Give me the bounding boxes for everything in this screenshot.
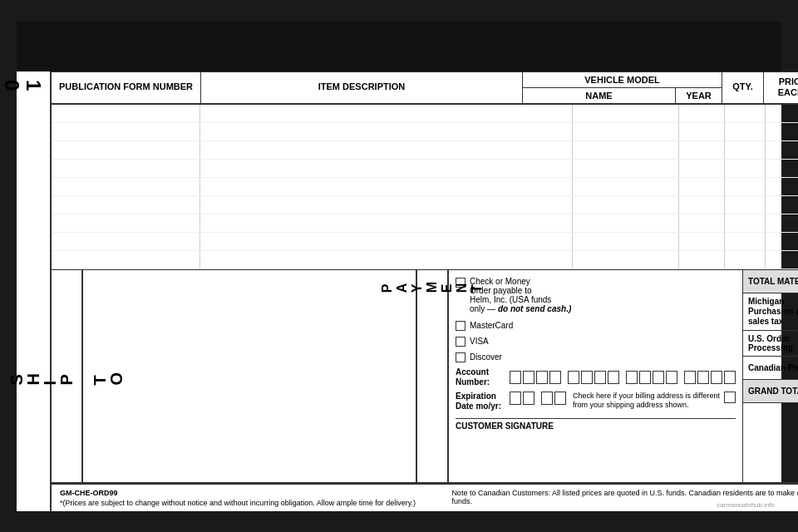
payment-section: PAYMENT Check or Money Order payable to … [417, 270, 798, 482]
table-row [52, 105, 798, 123]
table-row [52, 233, 798, 251]
acc-box-8[interactable] [608, 371, 619, 384]
table-row [52, 123, 798, 141]
total-material-row: TOTAL MATERIAL [743, 270, 798, 293]
exp-box-3[interactable] [541, 392, 553, 405]
exp-box-2[interactable] [523, 392, 534, 405]
price-panel: TOTAL MATERIAL Michigan Purchasers add 6… [743, 270, 798, 482]
upper-rows [52, 105, 798, 269]
acc-box-5[interactable] [568, 371, 579, 384]
header-name: NAME [523, 88, 676, 103]
visa-checkbox[interactable] [456, 337, 466, 347]
year-model-label: 2001GM [17, 71, 52, 511]
canadian-postage-label: Canadian Postage [743, 357, 798, 379]
michigan-label: Michigan Purchasers add 6% sales tax [743, 293, 798, 330]
account-label: Account Number: [456, 367, 510, 387]
table-row [52, 214, 798, 233]
account-boxes [510, 371, 736, 384]
table-row [52, 196, 798, 214]
top-bar [17, 22, 781, 71]
table-row [52, 160, 798, 178]
ship-to-label: SHIPTO [52, 270, 83, 482]
form-area: 2001GM PUBLICATION FORM NUMBER ITEM DESC… [17, 71, 781, 511]
expiration-row: Expiration Date mo/yr: Check here if yo [456, 392, 736, 411]
acc-box-2[interactable] [523, 371, 534, 384]
vehicle-model-title: VEHICLE MODEL [523, 72, 722, 88]
watermark: carmanualshub.info [714, 500, 777, 510]
table-row [52, 251, 798, 269]
expiration-label: Expiration Date mo/yr: [456, 392, 510, 411]
ship-to-text: SHIPTO [8, 366, 125, 386]
acc-box-7[interactable] [594, 371, 606, 384]
discover-checkbox[interactable] [456, 352, 466, 362]
vehicle-sub-headers: NAME YEAR [523, 88, 722, 103]
acc-box-12[interactable] [666, 371, 677, 384]
table-row [52, 178, 798, 196]
order-form: 2001GM PUBLICATION FORM NUMBER ITEM DESC… [17, 22, 781, 511]
footer-left: GM-CHE-ORD99 *(Prices are subject to cha… [60, 489, 427, 507]
michigan-row: Michigan Purchasers add 6% sales tax [743, 293, 798, 331]
ship-to-address-area[interactable] [83, 270, 416, 482]
exp-boxes [510, 392, 566, 405]
billing-check-area: Check here if your billing address is di… [573, 392, 736, 411]
acc-box-13[interactable] [684, 371, 696, 384]
check-money-option: Check or Money Order payable to Helm, In… [456, 277, 736, 313]
cell-pub-1[interactable] [52, 105, 200, 122]
lower-section: SHIPTO PAYMENT [52, 270, 798, 484]
grand-total-row: GRAND TOTAL [743, 380, 798, 403]
header-item-desc: ITEM DESCRIPTION [201, 72, 523, 103]
payment-label-text: PAYMENT [380, 277, 485, 293]
cell-price-1[interactable] [766, 105, 798, 122]
mastercard-option: MasterCard [456, 320, 736, 331]
us-order-label: U.S. Order Processing [743, 331, 798, 356]
table-header: PUBLICATION FORM NUMBER ITEM DESCRIPTION… [52, 71, 798, 105]
account-number-row: Account Number: [456, 367, 736, 387]
header-pub-number: PUBLICATION FORM NUMBER [52, 72, 201, 103]
footer-prices-note: *(Prices are subject to change without n… [60, 499, 427, 507]
signature-label: CUSTOMER SIGNATURE [456, 421, 554, 431]
exp-box-4[interactable] [554, 392, 566, 405]
mastercard-checkbox[interactable] [456, 321, 466, 331]
discover-option: Discover [456, 352, 736, 362]
upper-data-section [52, 105, 798, 270]
acc-box-9[interactable] [626, 371, 638, 384]
acc-box-16[interactable] [724, 371, 736, 384]
cell-qty-1[interactable] [725, 105, 766, 122]
signature-area: CUSTOMER SIGNATURE [456, 418, 736, 431]
acc-box-15[interactable] [711, 371, 722, 384]
header-qty: QTY. [722, 72, 764, 103]
acc-box-3[interactable] [536, 371, 548, 384]
billing-checkbox[interactable] [724, 392, 736, 403]
visa-option: VISA [456, 336, 736, 347]
footer-code: GM-CHE-ORD99 [60, 489, 427, 497]
acc-box-14[interactable] [697, 371, 709, 384]
acc-box-4[interactable] [549, 371, 561, 384]
payment-details: Check or Money Order payable to Helm, In… [449, 270, 743, 482]
check-money-text: Check or Money Order payable to Helm, In… [470, 277, 571, 313]
header-vehicle-model: VEHICLE MODEL NAME YEAR [523, 72, 722, 103]
table-row [52, 141, 798, 160]
exp-box-1[interactable] [510, 392, 521, 405]
cell-vehicle-1 [573, 105, 725, 122]
acc-box-11[interactable] [653, 371, 664, 384]
payment-vertical-label: PAYMENT [417, 270, 449, 482]
acc-box-1[interactable] [510, 371, 521, 384]
grand-total-label: GRAND TOTAL [743, 380, 798, 402]
cell-desc-1[interactable] [200, 105, 573, 122]
total-material-label: TOTAL MATERIAL [743, 270, 798, 293]
ship-to-panel: SHIPTO [52, 270, 417, 482]
canadian-postage-row: Canadian Postage [743, 357, 798, 380]
acc-box-10[interactable] [639, 371, 651, 384]
us-order-row: U.S. Order Processing $6.00 [743, 331, 798, 357]
main-content: PUBLICATION FORM NUMBER ITEM DESCRIPTION… [52, 71, 798, 511]
header-year: YEAR [676, 88, 722, 103]
header-price-each: PRICE EACH* [764, 72, 798, 103]
acc-box-6[interactable] [581, 371, 593, 384]
footer: GM-CHE-ORD99 *(Prices are subject to cha… [52, 484, 798, 511]
